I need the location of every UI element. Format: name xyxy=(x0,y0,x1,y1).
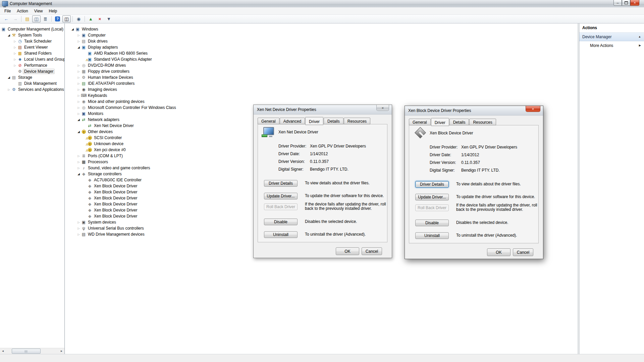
tab-advanced[interactable]: Advanced xyxy=(280,118,305,124)
disable-button[interactable]: Disable xyxy=(264,219,298,225)
expand-expander-icon[interactable]: ▷ xyxy=(76,34,81,37)
tree-item-computer-management-local[interactable]: ▣Computer Management (Local) xyxy=(0,26,64,32)
collapse-expander-icon[interactable]: ◢ xyxy=(70,27,75,31)
scan-hardware-button[interactable]: ◉ xyxy=(74,15,83,22)
scroll-right-arrow[interactable]: ► xyxy=(59,349,64,354)
expand-expander-icon[interactable]: ▷ xyxy=(76,106,81,109)
tree-item-computer[interactable]: ▷▣Computer xyxy=(65,32,578,38)
actions-group-device-manager[interactable]: Device Manager ▲ xyxy=(579,33,644,41)
expand-expander-icon[interactable]: ▷ xyxy=(76,221,81,224)
tree-item-performance[interactable]: ▷⊘Performance xyxy=(0,62,64,68)
tree-item-standard-vga-graphics-adapter[interactable]: ▣⚠Standard VGA Graphics Adapter xyxy=(65,56,578,62)
tree-item-disk-drives[interactable]: ▷▤Disk drives xyxy=(65,38,578,44)
tab-general[interactable]: General xyxy=(409,119,431,125)
dialog-close-button[interactable]: × xyxy=(376,105,389,111)
menu-help[interactable]: Help xyxy=(46,8,60,14)
collapse-expander-icon[interactable]: ◢ xyxy=(7,34,11,37)
show-console-tree-button[interactable]: ◫ xyxy=(32,15,41,22)
disable-device-button[interactable]: ▼ xyxy=(105,15,113,22)
forward-button[interactable]: → xyxy=(11,15,19,22)
expand-expander-icon[interactable]: ▷ xyxy=(13,46,17,49)
expand-expander-icon[interactable]: ▷ xyxy=(76,155,81,158)
tree-item-windows[interactable]: ◢▣Windows xyxy=(65,26,578,32)
tab-details[interactable]: Details xyxy=(324,118,343,124)
tree-item-event-viewer[interactable]: ▷▤Event Viewer xyxy=(0,44,64,50)
tree-item-ide-ata-atapi-controllers[interactable]: ▷▤IDE ATA/ATAPI controllers xyxy=(65,80,578,86)
expand-expander-icon[interactable]: ▷ xyxy=(76,76,81,79)
uninstall-device-button[interactable]: × xyxy=(96,15,104,22)
help-button[interactable]: ? xyxy=(53,15,62,22)
expand-expander-icon[interactable]: ▷ xyxy=(76,40,81,43)
expand-expander-icon[interactable]: ▷ xyxy=(76,227,81,230)
window-titlebar[interactable]: Computer Management – × xyxy=(0,0,644,8)
more-actions-item[interactable]: More Actions ▶ xyxy=(579,41,644,50)
tab-driver[interactable]: Driver xyxy=(431,118,449,126)
scroll-left-arrow[interactable]: ◄ xyxy=(0,349,6,354)
dialog-titlebar[interactable]: Xen Net Device Driver Properties× xyxy=(254,105,392,115)
collapse-expander-icon[interactable]: ◢ xyxy=(7,76,11,79)
cancel-button[interactable]: Cancel xyxy=(362,247,382,255)
expand-expander-icon[interactable]: ▷ xyxy=(7,88,11,91)
tree-item-display-adapters[interactable]: ◢▣Display adapters xyxy=(65,44,578,50)
tree-item-floppy-drive-controllers[interactable]: ▷▦Floppy drive controllers xyxy=(65,68,578,74)
tab-driver[interactable]: Driver xyxy=(305,117,323,125)
dialog-close-button[interactable]: × xyxy=(526,106,540,112)
update-driver-button[interactable]: ▲ xyxy=(87,15,95,22)
expand-expander-icon[interactable]: ▷ xyxy=(76,88,81,91)
driver-details-button[interactable]: Driver Details xyxy=(415,181,449,188)
collapse-expander-icon[interactable]: ◢ xyxy=(76,46,81,49)
up-one-level-button[interactable]: ▤ xyxy=(23,15,32,22)
back-button[interactable]: ← xyxy=(2,15,10,22)
expand-expander-icon[interactable]: ▷ xyxy=(76,82,81,85)
expand-expander-icon[interactable]: ▷ xyxy=(76,167,81,170)
collapse-expander-icon[interactable]: ◢ xyxy=(76,172,81,176)
tree-item-shared-folders[interactable]: ▷▩Shared Folders xyxy=(0,50,64,56)
expand-expander-icon[interactable]: ▷ xyxy=(76,100,81,103)
tree-item-services-and-applications[interactable]: ▷⚙Services and Applications xyxy=(0,86,64,93)
expand-expander-icon[interactable]: ▷ xyxy=(76,233,81,236)
tree-item-local-users-and-groups[interactable]: ▷☻Local Users and Groups xyxy=(0,56,64,62)
expand-expander-icon[interactable]: ▷ xyxy=(76,64,81,67)
tree-item-keyboards[interactable]: ▷⌨Keyboards xyxy=(65,93,578,99)
update-driver-button[interactable]: Update Driver... xyxy=(415,194,449,200)
disable-button[interactable]: Disable xyxy=(415,220,449,226)
maximize-button[interactable] xyxy=(622,0,630,6)
tree-item-human-interface-devices[interactable]: ▷⚙Human Interface Devices xyxy=(65,74,578,80)
dialog-titlebar[interactable]: Xen Block Device Driver Properties× xyxy=(405,106,543,116)
minimize-button[interactable]: – xyxy=(613,0,622,6)
expand-expander-icon[interactable]: ▷ xyxy=(76,94,81,97)
expand-expander-icon[interactable]: ▷ xyxy=(13,52,17,55)
tree-item-task-scheduler[interactable]: ▷◷Task Scheduler xyxy=(0,38,64,44)
update-driver-button[interactable]: Update Driver... xyxy=(264,193,298,199)
properties-button[interactable]: ≣ xyxy=(41,15,50,22)
uninstall-button[interactable]: Uninstall xyxy=(415,232,449,239)
tab-general[interactable]: General xyxy=(258,118,279,124)
expand-expander-icon[interactable]: ▷ xyxy=(13,58,17,61)
tab-details[interactable]: Details xyxy=(449,119,469,125)
menu-action[interactable]: Action xyxy=(14,8,31,14)
expand-expander-icon[interactable]: ▷ xyxy=(76,161,81,164)
expand-expander-icon[interactable]: ▷ xyxy=(76,112,81,115)
menu-file[interactable]: File xyxy=(1,8,14,14)
show-action-pane-button[interactable]: ◫ xyxy=(62,15,71,22)
collapse-expander-icon[interactable]: ◢ xyxy=(76,118,81,121)
ok-button[interactable]: OK xyxy=(487,248,511,256)
expand-expander-icon[interactable]: ▷ xyxy=(76,70,81,73)
tab-resources[interactable]: Resources xyxy=(344,118,370,124)
roll-back-driver-button[interactable]: Roll Back Driver xyxy=(264,203,298,210)
tree-item-imaging-devices[interactable]: ▷◉Imaging devices xyxy=(65,86,578,93)
scrollbar-track[interactable] xyxy=(6,349,59,354)
expand-expander-icon[interactable]: ▷ xyxy=(13,40,17,43)
scrollbar-thumb[interactable] xyxy=(12,349,41,354)
expand-expander-icon[interactable]: ▷ xyxy=(13,64,17,67)
close-button[interactable]: × xyxy=(630,0,639,6)
tree-item-dvd-cd-rom-drives[interactable]: ▷◎DVD/CD-ROM drives xyxy=(65,62,578,68)
tree-item-device-manager[interactable]: ⚙Device Manager xyxy=(0,68,64,74)
uninstall-button[interactable]: Uninstall xyxy=(264,231,298,238)
ok-button[interactable]: OK xyxy=(336,247,359,255)
tree-item-system-tools[interactable]: ◢⚒System Tools xyxy=(0,32,64,38)
horizontal-scrollbar[interactable]: ◄ ► xyxy=(0,348,64,354)
cancel-button[interactable]: Cancel xyxy=(513,248,533,256)
tree-item-disk-management[interactable]: ▥Disk Management xyxy=(0,80,64,86)
roll-back-driver-button[interactable]: Roll Back Driver xyxy=(415,204,449,211)
